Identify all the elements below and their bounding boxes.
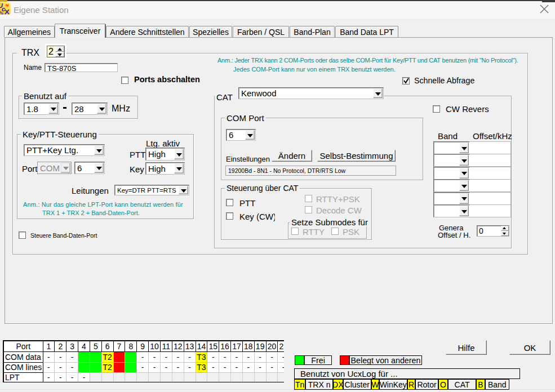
svg-text:c: c bbox=[2, 6, 5, 12]
